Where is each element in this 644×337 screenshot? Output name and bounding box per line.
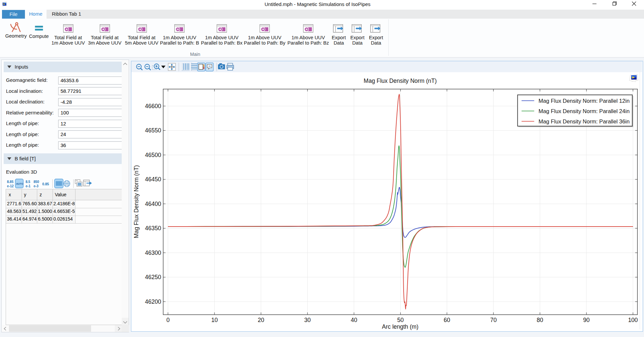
svg-text:0: 0	[166, 317, 170, 323]
svg-text:8.85: 8.85	[7, 180, 14, 184]
svg-text:AUTO: AUTO	[16, 182, 23, 185]
svg-text:90: 90	[583, 317, 590, 323]
svg-text:Mag Flux Density Norm (nT): Mag Flux Density Norm (nT)	[133, 165, 140, 238]
svg-text:50: 50	[397, 317, 404, 323]
svg-text:70: 70	[490, 317, 497, 323]
svg-text:Mag Flux Density Norm: Paralle: Mag Flux Density Norm: Parallel 12in	[539, 98, 630, 104]
svg-text:80: 80	[537, 317, 543, 323]
svg-text:46550: 46550	[145, 127, 161, 134]
svg-text:46500: 46500	[145, 152, 161, 158]
svg-text:100: 100	[628, 317, 638, 323]
svg-text:0.85: 0.85	[42, 182, 49, 186]
svg-text:46250: 46250	[145, 274, 161, 280]
svg-text:46300: 46300	[145, 250, 161, 256]
svg-text:46600: 46600	[145, 103, 161, 109]
svg-text:30: 30	[304, 317, 311, 323]
svg-text:8.5: 8.5	[26, 180, 30, 184]
svg-text:850: 850	[34, 180, 39, 184]
svg-text:46200: 46200	[145, 298, 161, 305]
svg-text:46350: 46350	[145, 225, 161, 232]
svg-text:Mag Flux Density Norm: Paralle: Mag Flux Density Norm: Parallel 24in	[539, 108, 630, 114]
svg-text:e-1: e-1	[26, 184, 31, 188]
svg-text:60: 60	[444, 317, 451, 323]
svg-text:10: 10	[211, 317, 218, 323]
svg-text:20: 20	[258, 317, 264, 323]
svg-text:46450: 46450	[145, 176, 161, 183]
svg-text:Mag Flux Density Norm (nT): Mag Flux Density Norm (nT)	[364, 78, 437, 84]
svg-text:Arc length (m): Arc length (m)	[382, 323, 419, 330]
svg-text:e-3: e-3	[34, 184, 39, 188]
svg-text:Mag Flux Density Norm: Paralle: Mag Flux Density Norm: Parallel 36in	[539, 118, 630, 125]
svg-text:46400: 46400	[145, 201, 161, 207]
svg-text:e-12: e-12	[7, 184, 14, 188]
svg-text:40: 40	[351, 317, 357, 323]
